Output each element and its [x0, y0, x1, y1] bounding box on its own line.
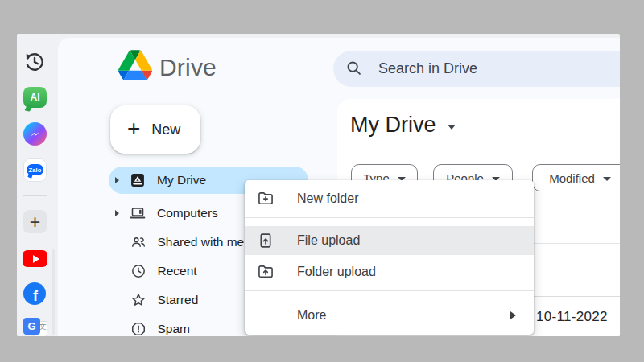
facebook-f-label: f [33, 288, 38, 305]
sidebar-item-label: Computers [157, 206, 218, 220]
page-title[interactable]: My Drive [350, 113, 456, 138]
sidebar-item-label: Recent [158, 264, 197, 278]
plus-icon: + [127, 116, 140, 142]
add-shortcut-button[interactable]: + [23, 210, 47, 233]
menu-divider [245, 290, 534, 291]
sidebar-scrollbar[interactable] [52, 249, 55, 335]
menu-item-label: New folder [297, 191, 358, 206]
menu-item-label: File upload [297, 233, 360, 248]
menu-item-new-folder[interactable]: New folder [245, 180, 534, 217]
search-icon [345, 60, 363, 77]
sidebar-item-label: My Drive [157, 173, 206, 187]
browser-sidebar: AI Zalo + f 文 G [17, 34, 58, 336]
menu-item-more[interactable]: More [245, 295, 534, 335]
sidebar-divider [23, 195, 47, 196]
play-icon [33, 255, 39, 263]
page-title-text: My Drive [350, 113, 436, 138]
recent-icon [130, 263, 147, 279]
submenu-arrow-icon [510, 311, 516, 319]
starred-icon [130, 292, 147, 308]
sidebar-item-label: Starred [158, 293, 199, 307]
new-context-menu: New folder File upload [245, 180, 534, 335]
drive-logo-icon [118, 50, 152, 80]
sidebar-item-label: Shared with me [158, 235, 245, 249]
chevron-down-icon [603, 177, 611, 181]
my-drive-icon [130, 172, 146, 188]
filter-chip-modified[interactable]: Modified [532, 164, 620, 191]
messenger-bolt-icon [28, 127, 42, 141]
menu-item-file-upload[interactable]: File upload [245, 226, 534, 255]
youtube-icon[interactable] [23, 250, 47, 267]
new-folder-icon [257, 190, 275, 208]
history-icon[interactable] [23, 50, 47, 74]
browser-window: AI Zalo + f 文 G [17, 34, 620, 336]
file-upload-icon [257, 232, 275, 249]
expand-arrow-icon[interactable] [115, 177, 119, 183]
menu-item-folder-upload[interactable]: Folder upload [245, 255, 534, 289]
shared-with-me-icon [130, 234, 147, 250]
file-row-date[interactable]: 10-11-2022 [536, 309, 608, 325]
filter-chip-label: Modified [549, 171, 595, 185]
ai-chat-icon[interactable]: AI [23, 87, 47, 108]
spam-icon [130, 321, 147, 336]
expand-arrow-icon[interactable] [115, 210, 119, 216]
translate-g-glyph: G [23, 318, 40, 335]
new-button[interactable]: + New [110, 105, 200, 154]
menu-item-label: More [297, 308, 326, 323]
chevron-down-icon [448, 125, 456, 130]
ai-chat-label: AI [31, 92, 40, 103]
folder-upload-icon [257, 263, 275, 281]
plus-glyph: + [30, 212, 40, 232]
messenger-icon[interactable] [23, 122, 47, 146]
new-button-label: New [151, 121, 180, 138]
app-title: Drive [159, 54, 217, 81]
google-translate-icon[interactable]: 文 G [23, 318, 47, 336]
facebook-icon[interactable]: f [23, 282, 46, 305]
menu-divider [245, 217, 534, 218]
zalo-icon[interactable]: Zalo [23, 158, 47, 182]
zalo-label: Zalo [27, 164, 43, 175]
menu-item-label: Folder upload [297, 265, 376, 279]
computers-icon [130, 205, 146, 221]
sidebar-item-label: Spam [158, 322, 191, 336]
search-placeholder: Search in Drive [378, 51, 477, 87]
drive-app-panel: Drive Search in Drive My Drive Type Peop… [58, 38, 620, 336]
